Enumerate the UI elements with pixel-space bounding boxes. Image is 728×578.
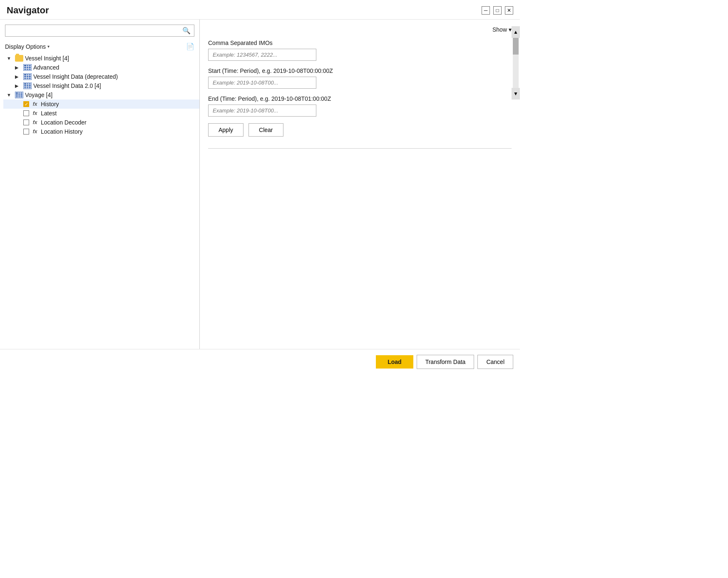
fx-icon-location-history: fx — [31, 129, 39, 135]
scroll-up-button[interactable]: ▲ — [512, 26, 520, 38]
tree-item-vessel-insight[interactable]: ▼ Vessel Insight [4] — [3, 54, 199, 63]
show-chevron-icon: ▾ — [509, 26, 512, 33]
minimize-button[interactable]: ─ — [482, 6, 490, 15]
tree-container: ▼ Vessel Insight [4] ▶ Advanced ▶ — [0, 54, 199, 349]
fx-icon-latest: fx — [31, 110, 39, 116]
left-panel: 🔍 Display Options ▾ 📄 ▼ Vessel Insight [… — [0, 20, 200, 349]
tree-label-vessel-insight-deprecated: Vessel Insight Data (deprecated) — [33, 73, 118, 80]
checkbox-location-history[interactable] — [23, 129, 29, 135]
start-time-input[interactable] — [208, 77, 316, 89]
action-buttons-row: Apply Clear — [208, 123, 512, 137]
main-layout: 🔍 Display Options ▾ 📄 ▼ Vessel Insight [… — [0, 19, 520, 349]
clear-button[interactable]: Clear — [248, 123, 283, 137]
tree-toggle-vessel-insight-20: ▶ — [15, 83, 22, 89]
display-options-chevron-icon: ▾ — [47, 44, 50, 49]
show-label: Show — [492, 26, 507, 33]
tree-item-vessel-insight-deprecated[interactable]: ▶ Vessel Insight Data (deprecated) — [3, 72, 199, 81]
close-button[interactable]: ✕ — [505, 6, 513, 15]
tree-label-vessel-insight: Vessel Insight [4] — [25, 55, 69, 62]
tree-label-location-history: Location History — [41, 128, 82, 135]
tree-toggle-voyage: ▼ — [7, 92, 13, 97]
file-icon[interactable]: 📄 — [186, 42, 194, 50]
table-icon-voyage — [15, 92, 23, 98]
tree-label-advanced: Advanced — [33, 64, 59, 71]
table-icon-vessel-insight-20 — [23, 82, 32, 89]
comma-separated-imos-label: Comma Separated IMOs — [208, 40, 512, 46]
divider-line — [208, 148, 512, 149]
fx-icon-location-decoder: fx — [31, 120, 39, 125]
window-title: Navigator — [7, 5, 49, 16]
tree-label-vessel-insight-20: Vessel Insight Data 2.0 [4] — [33, 82, 101, 89]
load-button[interactable]: Load — [376, 355, 413, 369]
end-time-input[interactable] — [208, 105, 316, 117]
scroll-down-button[interactable]: ▼ — [512, 88, 520, 100]
tree-toggle-advanced: ▶ — [15, 65, 22, 70]
table-icon-vessel-insight-deprecated — [23, 73, 32, 80]
tree-label-history: History — [41, 101, 59, 107]
display-options-button[interactable]: Display Options ▾ — [5, 43, 50, 50]
checkbox-latest[interactable] — [23, 110, 29, 116]
tree-item-latest[interactable]: fx Latest — [3, 109, 199, 118]
fx-icon-history: fx — [31, 101, 39, 107]
tree-toggle-vessel-insight: ▼ — [7, 56, 13, 61]
search-icon[interactable]: 🔍 — [182, 27, 191, 35]
maximize-button[interactable]: □ — [493, 6, 502, 15]
checkbox-location-decoder[interactable] — [23, 120, 29, 125]
display-options-row: Display Options ▾ 📄 — [0, 41, 199, 54]
tree-toggle-vessel-insight-deprecated: ▶ — [15, 74, 22, 80]
right-panel: Show ▾ ▲ ▼ Comma Separated IMOs Start (T… — [200, 20, 520, 349]
tree-item-voyage[interactable]: ▼ Voyage [4] — [3, 90, 199, 100]
checkbox-history[interactable]: ✓ — [23, 101, 29, 107]
apply-button[interactable]: Apply — [208, 123, 243, 137]
tree-label-voyage: Voyage [4] — [25, 92, 52, 98]
show-row: Show ▾ ▲ ▼ — [208, 26, 512, 33]
tree-item-location-history[interactable]: fx Location History — [3, 127, 199, 136]
tree-item-history[interactable]: ✓ fx History — [3, 100, 199, 109]
bottom-bar: Load Transform Data Cancel — [0, 349, 520, 374]
tree-label-location-decoder: Location Decoder — [41, 119, 87, 126]
search-input[interactable] — [9, 27, 182, 34]
end-time-label: End (Time: Period), e.g. 2019-10-08T01:0… — [208, 95, 512, 102]
scroll-thumb — [513, 38, 519, 55]
comma-separated-imos-input[interactable] — [208, 49, 316, 61]
tree-label-latest: Latest — [41, 110, 57, 117]
tree-item-vessel-insight-20[interactable]: ▶ Vessel Insight Data 2.0 [4] — [3, 81, 199, 90]
display-options-label: Display Options — [5, 43, 46, 50]
window-controls: ─ □ ✕ — [482, 6, 513, 15]
scroll-track — [513, 38, 519, 88]
show-button[interactable]: Show ▾ — [492, 26, 512, 33]
search-bar: 🔍 — [5, 25, 194, 37]
scroll-controls: ▲ ▼ — [512, 26, 520, 100]
table-icon-advanced — [23, 64, 32, 71]
title-bar: Navigator ─ □ ✕ — [0, 0, 520, 19]
tree-item-location-decoder[interactable]: fx Location Decoder — [3, 118, 199, 127]
folder-icon-vessel-insight — [15, 55, 23, 62]
start-time-label: Start (Time: Period), e.g. 2019-10-08T00… — [208, 67, 512, 74]
cancel-button[interactable]: Cancel — [477, 355, 513, 369]
transform-data-button[interactable]: Transform Data — [417, 355, 475, 369]
tree-item-advanced[interactable]: ▶ Advanced — [3, 63, 199, 72]
